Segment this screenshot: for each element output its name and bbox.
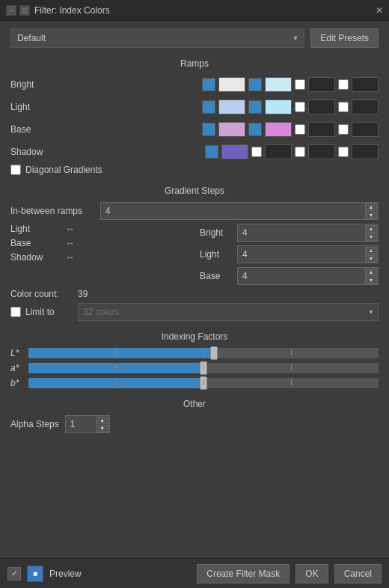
inbetween-spinner: ▲ ▼ <box>365 202 377 220</box>
limit-checkbox[interactable] <box>10 307 21 317</box>
color-check-bright-1[interactable] <box>295 79 305 90</box>
ramp-colors-bright <box>55 77 379 92</box>
color-check-shadow-1[interactable] <box>251 147 262 157</box>
color-btn-shadow-1[interactable] <box>205 145 218 159</box>
gs-right-base: Base ▲ ▼ <box>200 267 379 285</box>
slider-row-a: a* <box>10 363 379 373</box>
gs-right-base-input[interactable] <box>237 267 379 285</box>
gs-left-shadow-arrow: ↔ <box>66 252 75 263</box>
color-check-shadow-3[interactable] <box>338 147 349 157</box>
color-swatch-light-3[interactable] <box>308 99 335 114</box>
alpha-input-wrap: ▲ ▼ <box>65 415 110 433</box>
gs-left-col: Light ↔ Base ↔ Shadow ↔ <box>10 224 189 289</box>
inbetween-spin-down[interactable]: ▼ <box>365 212 377 219</box>
gs-two-col: Light ↔ Base ↔ Shadow ↔ Bright <box>10 224 379 289</box>
preview-label: Preview <box>49 569 82 579</box>
color-btn-light-1[interactable] <box>202 100 215 114</box>
inbetween-spin-up[interactable]: ▲ <box>365 203 377 211</box>
color-btn-base-1[interactable] <box>202 123 215 136</box>
indexing-factors-section: Indexing Factors L* a* <box>10 331 379 388</box>
color-check-light-1[interactable] <box>295 102 305 112</box>
title-bar-controls: − □ <box>6 5 30 16</box>
color-check-light-2[interactable] <box>338 102 349 112</box>
ok-button[interactable]: OK <box>295 564 328 584</box>
alpha-spin-down[interactable]: ▼ <box>97 425 108 432</box>
gs-right-light-input[interactable] <box>237 245 379 263</box>
color-check-base-2[interactable] <box>338 124 349 135</box>
gs-base-spin-down[interactable]: ▼ <box>365 277 377 284</box>
color-btn-light-2[interactable] <box>248 100 262 114</box>
slider-label-L: L* <box>10 348 28 358</box>
color-swatch-base-2[interactable] <box>265 122 292 137</box>
slider-label-b: b* <box>10 378 28 388</box>
preset-select-wrap: Default <box>10 28 304 48</box>
alpha-spin-up[interactable]: ▲ <box>97 417 108 424</box>
gs-bright-spin-down[interactable]: ▼ <box>365 233 377 241</box>
color-count-row: Color count: 39 <box>10 289 379 299</box>
color-swatch-bright-1[interactable] <box>218 77 245 92</box>
slider-thumb-L[interactable] <box>210 346 218 360</box>
color-count-value: 39 <box>78 289 88 299</box>
diagonal-gradients-checkbox[interactable] <box>10 165 21 175</box>
color-swatch-base-4[interactable] <box>352 122 379 137</box>
indexing-factors-label: Indexing Factors <box>10 331 379 342</box>
limit-select[interactable]: 32 colors <box>78 303 379 321</box>
gradient-steps-label: Gradient Steps <box>10 186 379 196</box>
gs-right-light-wrap: ▲ ▼ <box>237 245 379 263</box>
ramps-label: Ramps <box>10 58 379 69</box>
create-filter-mask-button[interactable]: Create Filter Mask <box>197 564 290 584</box>
gradient-steps-section: Gradient Steps In-between ramps ▲ ▼ Ligh… <box>10 186 379 321</box>
color-swatch-base-1[interactable] <box>218 122 245 137</box>
close-button[interactable]: ✕ <box>376 5 383 16</box>
gs-light-spin-up[interactable]: ▲ <box>365 247 377 254</box>
preview-icon-button[interactable]: ■ <box>27 566 43 582</box>
color-check-shadow-2[interactable] <box>295 147 305 157</box>
slider-thumb-b[interactable] <box>200 376 207 390</box>
edit-presets-button[interactable]: Edit Presets <box>310 28 379 48</box>
color-check-bright-2[interactable] <box>338 79 349 90</box>
gs-right-bright-input[interactable] <box>237 224 379 242</box>
color-swatch-shadow-4[interactable] <box>352 144 379 159</box>
gs-left-light: Light ↔ <box>10 224 189 234</box>
gs-left-light-arrow: ↔ <box>66 224 75 234</box>
slider-thumb-a[interactable] <box>200 361 207 375</box>
color-btn-bright-2[interactable] <box>248 78 262 91</box>
maximize-button[interactable]: □ <box>19 5 30 16</box>
color-check-base-1[interactable] <box>295 124 305 135</box>
color-swatch-shadow-2[interactable] <box>265 144 292 159</box>
limit-row: Limit to 32 colors <box>10 303 379 321</box>
inbetween-row: In-between ramps ▲ ▼ <box>10 202 379 220</box>
preset-select[interactable]: Default <box>10 28 304 48</box>
gs-light-spin-down[interactable]: ▼ <box>365 255 377 263</box>
gs-light-spinner: ▲ ▼ <box>365 245 377 263</box>
minimize-button[interactable]: − <box>6 5 16 16</box>
cancel-button[interactable]: Cancel <box>334 564 382 584</box>
gs-bright-spin-up[interactable]: ▲ <box>365 225 377 233</box>
color-swatch-shadow-1[interactable] <box>221 144 248 159</box>
inbetween-input[interactable] <box>100 202 379 220</box>
title-bar: − □ Filter: Index Colors ✕ <box>0 0 389 21</box>
color-swatch-light-2[interactable] <box>265 99 292 114</box>
color-swatch-bright-4[interactable] <box>352 77 379 92</box>
color-swatch-shadow-3[interactable] <box>308 144 335 159</box>
slider-track-L[interactable] <box>28 348 379 358</box>
gs-bright-spinner: ▲ ▼ <box>365 224 377 242</box>
color-swatch-light-1[interactable] <box>218 99 245 114</box>
color-swatch-base-3[interactable] <box>308 122 335 137</box>
color-swatch-bright-2[interactable] <box>265 77 292 92</box>
color-swatch-light-4[interactable] <box>352 99 379 114</box>
check-icon: ✓ <box>11 569 18 578</box>
main-content: Default Edit Presets Ramps Bright Light <box>0 21 389 451</box>
color-btn-base-2[interactable] <box>248 123 262 136</box>
slider-track-a[interactable] <box>28 363 379 373</box>
gs-right-light-label: Light <box>200 249 237 260</box>
gs-left-shadow: Shadow ↔ <box>10 252 189 263</box>
gs-right-col: Bright ▲ ▼ Light ▲ <box>200 224 379 289</box>
color-btn-bright-1[interactable] <box>202 78 215 91</box>
gs-base-spin-up[interactable]: ▲ <box>365 269 377 276</box>
color-count-label: Color count: <box>10 289 78 299</box>
color-swatch-bright-3[interactable] <box>308 77 335 92</box>
preview-display-checkbox[interactable]: ✓ <box>7 567 21 581</box>
slider-track-b[interactable] <box>28 378 379 388</box>
ramp-label-light: Light <box>10 102 55 112</box>
